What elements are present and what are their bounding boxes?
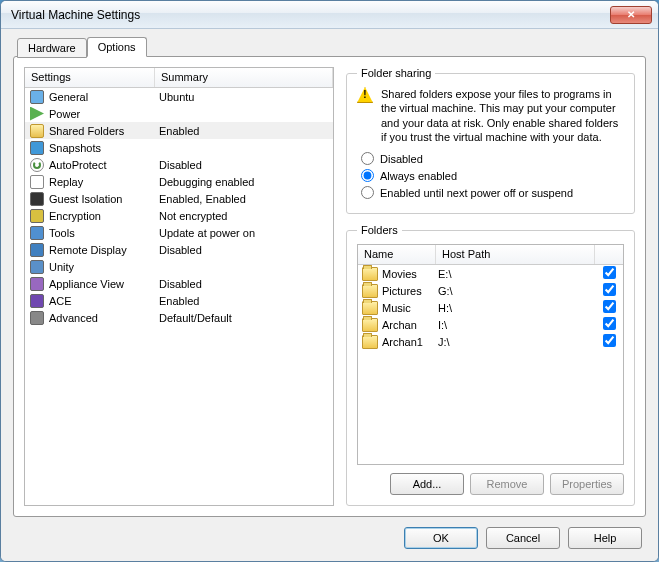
- ace-icon: [29, 293, 45, 309]
- radio-always-input[interactable]: [361, 169, 374, 182]
- folder-row[interactable]: Archan1J:\: [358, 333, 623, 350]
- settings-row-summary: Not encrypted: [159, 210, 329, 222]
- col-header-name[interactable]: Name: [358, 245, 436, 264]
- folder-name: Archan: [382, 319, 438, 331]
- settings-list[interactable]: Settings Summary GeneralUbuntuPowerShare…: [24, 67, 334, 506]
- settings-row-advanced[interactable]: AdvancedDefault/Default: [25, 309, 333, 326]
- settings-row-unity[interactable]: Unity: [25, 258, 333, 275]
- help-button[interactable]: Help: [568, 527, 642, 549]
- settings-row-summary: Disabled: [159, 278, 329, 290]
- folder-enable-checkbox[interactable]: [603, 300, 616, 313]
- details-column: Folder sharing Shared folders expose you…: [346, 67, 635, 506]
- folder-icon: [362, 335, 378, 349]
- settings-row-tools[interactable]: ToolsUpdate at power on: [25, 224, 333, 241]
- settings-row-autoprotect[interactable]: AutoProtectDisabled: [25, 156, 333, 173]
- radio-until-input[interactable]: [361, 186, 374, 199]
- radio-always[interactable]: Always enabled: [361, 169, 624, 182]
- folders-legend: Folders: [357, 224, 402, 236]
- cancel-button[interactable]: Cancel: [486, 527, 560, 549]
- settings-row-guest-isolation[interactable]: Guest IsolationEnabled, Enabled: [25, 190, 333, 207]
- folder-sharing-group: Folder sharing Shared folders expose you…: [346, 67, 635, 214]
- settings-row-summary: Enabled, Enabled: [159, 193, 329, 205]
- folder-icon: [362, 318, 378, 332]
- remove-folder-button[interactable]: Remove: [470, 473, 544, 495]
- tab-strip: Hardware Options: [17, 37, 646, 57]
- radio-disabled-input[interactable]: [361, 152, 374, 165]
- settings-row-label: Encryption: [49, 210, 159, 222]
- settings-row-encryption[interactable]: EncryptionNot encrypted: [25, 207, 333, 224]
- settings-row-label: General: [49, 91, 159, 103]
- folder-hostpath: J:\: [438, 336, 599, 348]
- folder-enable-checkbox[interactable]: [603, 317, 616, 330]
- folders-list-header[interactable]: Name Host Path: [358, 245, 623, 265]
- settings-row-label: Advanced: [49, 312, 159, 324]
- folder-icon: [362, 267, 378, 281]
- replay-icon: [29, 174, 45, 190]
- radio-until-label: Enabled until next power off or suspend: [380, 187, 573, 199]
- col-header-summary[interactable]: Summary: [155, 68, 333, 87]
- add-folder-button[interactable]: Add...: [390, 473, 464, 495]
- settings-row-label: AutoProtect: [49, 159, 159, 171]
- settings-row-appliance-view[interactable]: Appliance ViewDisabled: [25, 275, 333, 292]
- folder-row[interactable]: MoviesE:\: [358, 265, 623, 282]
- remote-display-icon: [29, 242, 45, 258]
- shared-folders-icon: [29, 123, 45, 139]
- folder-hostpath: E:\: [438, 268, 599, 280]
- folder-row[interactable]: PicturesG:\: [358, 282, 623, 299]
- radio-until[interactable]: Enabled until next power off or suspend: [361, 186, 624, 199]
- radio-disabled-label: Disabled: [380, 153, 423, 165]
- settings-row-summary: Default/Default: [159, 312, 329, 324]
- settings-row-label: Guest Isolation: [49, 193, 159, 205]
- folder-properties-button[interactable]: Properties: [550, 473, 624, 495]
- radio-always-label: Always enabled: [380, 170, 457, 182]
- folder-icon: [362, 284, 378, 298]
- settings-list-header[interactable]: Settings Summary: [25, 68, 333, 88]
- titlebar[interactable]: Virtual Machine Settings ✕: [1, 1, 658, 29]
- settings-row-remote-display[interactable]: Remote DisplayDisabled: [25, 241, 333, 258]
- warning-text: Shared folders expose your files to prog…: [381, 87, 624, 144]
- warning-icon: [357, 87, 373, 103]
- settings-row-ace[interactable]: ACEEnabled: [25, 292, 333, 309]
- folder-enable-checkbox[interactable]: [603, 334, 616, 347]
- folder-hostpath: I:\: [438, 319, 599, 331]
- settings-row-summary: Enabled: [159, 295, 329, 307]
- autoprotect-icon: [29, 157, 45, 173]
- vm-settings-window: Virtual Machine Settings ✕ Hardware Opti…: [0, 0, 659, 562]
- settings-row-shared-folders[interactable]: Shared FoldersEnabled: [25, 122, 333, 139]
- settings-row-label: Shared Folders: [49, 125, 159, 137]
- tab-options[interactable]: Options: [87, 37, 147, 57]
- folder-enable-checkbox[interactable]: [603, 266, 616, 279]
- snapshots-icon: [29, 140, 45, 156]
- guest-isolation-icon: [29, 191, 45, 207]
- folder-enable-checkbox[interactable]: [603, 283, 616, 296]
- col-header-enabled[interactable]: [595, 245, 623, 264]
- radio-disabled[interactable]: Disabled: [361, 152, 624, 165]
- window-title: Virtual Machine Settings: [7, 8, 610, 22]
- folder-name: Archan1: [382, 336, 438, 348]
- ok-button[interactable]: OK: [404, 527, 478, 549]
- folder-name: Pictures: [382, 285, 438, 297]
- settings-row-summary: Disabled: [159, 244, 329, 256]
- settings-row-summary: Update at power on: [159, 227, 329, 239]
- folder-icon: [362, 301, 378, 315]
- settings-row-replay[interactable]: ReplayDebugging enabled: [25, 173, 333, 190]
- settings-row-snapshots[interactable]: Snapshots: [25, 139, 333, 156]
- folder-hostpath: H:\: [438, 302, 599, 314]
- tools-icon: [29, 225, 45, 241]
- encryption-icon: [29, 208, 45, 224]
- settings-row-general[interactable]: GeneralUbuntu: [25, 88, 333, 105]
- col-header-hostpath[interactable]: Host Path: [436, 245, 595, 264]
- col-header-settings[interactable]: Settings: [25, 68, 155, 87]
- general-icon: [29, 89, 45, 105]
- folder-row[interactable]: MusicH:\: [358, 299, 623, 316]
- settings-row-label: Appliance View: [49, 278, 159, 290]
- settings-row-summary: Disabled: [159, 159, 329, 171]
- tab-hardware[interactable]: Hardware: [17, 38, 87, 58]
- settings-row-summary: Debugging enabled: [159, 176, 329, 188]
- folder-row[interactable]: ArchanI:\: [358, 316, 623, 333]
- settings-row-label: Unity: [49, 261, 159, 273]
- close-button[interactable]: ✕: [610, 6, 652, 24]
- settings-row-label: Snapshots: [49, 142, 159, 154]
- folders-list[interactable]: Name Host Path MoviesE:\PicturesG:\Music…: [357, 244, 624, 465]
- settings-row-power[interactable]: Power: [25, 105, 333, 122]
